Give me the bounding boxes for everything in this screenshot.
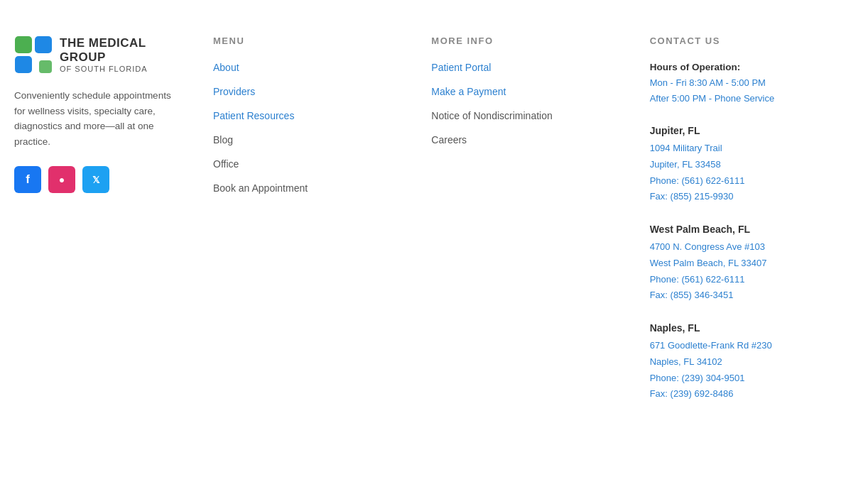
wpb-city: West Palm Beach, FL (650, 224, 840, 235)
hours-line-1: Mon - Fri 8:30 AM - 5:00 PM (650, 75, 840, 91)
footer: THE MEDICAL GROUP OF SOUTH FLORIDA Conve… (0, 0, 868, 449)
location-wpb: West Palm Beach, FL 4700 N. Congress Ave… (650, 224, 840, 304)
jupiter-address2: Jupiter, FL 33458 (650, 157, 840, 173)
menu-patient-resources[interactable]: Patient Resources (213, 110, 403, 121)
jupiter-phone: Phone: (561) 622-6111 (650, 173, 840, 190)
naples-address2: Naples, FL 34102 (650, 354, 840, 370)
menu-about[interactable]: About (213, 62, 403, 73)
jupiter-city: Jupiter, FL (650, 125, 840, 136)
twitter-icon[interactable]: 𝕏 (82, 166, 109, 193)
hours-label: Hours of Operation: (650, 62, 840, 72)
more-patient-portal[interactable]: Patient Portal (431, 62, 621, 73)
logo: THE MEDICAL GROUP OF SOUTH FLORIDA (14, 35, 185, 74)
naples-address1: 671 Goodlette-Frank Rd #230 (650, 338, 840, 354)
location-jupiter: Jupiter, FL 1094 Military Trail Jupiter,… (650, 125, 840, 205)
wpb-address2: West Palm Beach, FL 33407 (650, 256, 840, 272)
more-make-payment[interactable]: Make a Payment (431, 86, 621, 97)
wpb-address1: 4700 N. Congress Ave #103 (650, 239, 840, 256)
logo-icon (14, 35, 53, 74)
naples-city: Naples, FL (650, 322, 840, 334)
svg-rect-3 (39, 60, 52, 73)
naples-fax: Fax: (239) 692-8486 (650, 386, 840, 402)
svg-rect-0 (15, 36, 32, 53)
jupiter-address1: 1094 Military Trail (650, 141, 840, 157)
menu-book-appointment[interactable]: Book an Appointment (213, 182, 403, 194)
more-info-header: MORE INFO (431, 35, 621, 46)
menu-office[interactable]: Office (213, 158, 403, 170)
facebook-icon[interactable]: f (14, 166, 41, 193)
brand-description: Conveniently schedule appointments for w… (14, 88, 185, 149)
contact-column: CONTACT US Hours of Operation: Mon - Fri… (636, 35, 854, 421)
hours-section: Hours of Operation: Mon - Fri 8:30 AM - … (650, 62, 840, 106)
menu-blog[interactable]: Blog (213, 134, 403, 146)
menu-header: MENU (213, 35, 403, 46)
svg-rect-1 (35, 36, 52, 53)
more-info-column: MORE INFO Patient Portal Make a Payment … (417, 35, 635, 421)
menu-column: MENU About Providers Patient Resources B… (199, 35, 417, 421)
more-nondiscrimination[interactable]: Notice of Nondiscrimination (431, 110, 621, 121)
more-careers[interactable]: Careers (431, 134, 621, 146)
instagram-icon[interactable]: ● (48, 166, 75, 193)
social-icons: f ● 𝕏 (14, 166, 185, 193)
jupiter-fax: Fax: (855) 215-9930 (650, 189, 840, 205)
logo-text: THE MEDICAL GROUP OF SOUTH FLORIDA (60, 36, 185, 74)
contact-header: CONTACT US (650, 35, 840, 46)
location-naples: Naples, FL 671 Goodlette-Frank Rd #230 N… (650, 322, 840, 402)
logo-subtitle: OF SOUTH FLORIDA (60, 65, 185, 73)
menu-providers[interactable]: Providers (213, 86, 403, 97)
naples-phone: Phone: (239) 304-9501 (650, 370, 840, 387)
hours-line-2: After 5:00 PM - Phone Service (650, 91, 840, 106)
logo-title: THE MEDICAL GROUP (60, 36, 185, 65)
wpb-fax: Fax: (855) 346-3451 (650, 287, 840, 304)
svg-rect-2 (15, 56, 32, 73)
brand-column: THE MEDICAL GROUP OF SOUTH FLORIDA Conve… (14, 35, 199, 421)
wpb-phone: Phone: (561) 622-6111 (650, 272, 840, 288)
